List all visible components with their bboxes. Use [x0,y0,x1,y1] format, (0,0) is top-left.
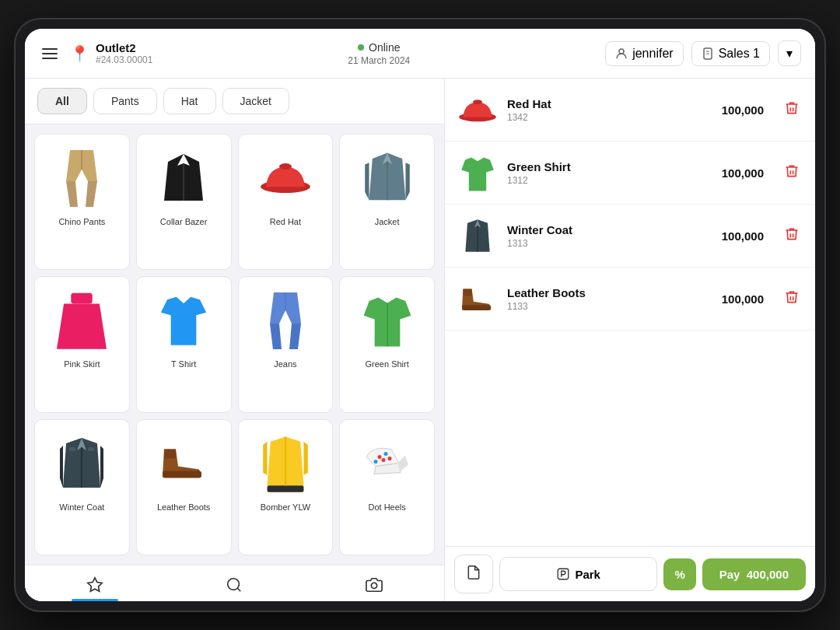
product-card-winter-coat[interactable]: Winter Coat [34,419,130,555]
header: 📍 Outlet2 #24.03.00001 Online 21 March 2… [25,29,815,79]
order-item-price-green-shirt: 100,000 [722,166,764,180]
svg-point-24 [228,579,240,590]
order-item-info-leather-boots: Leather Boots 1133 [507,286,712,312]
pay-button[interactable]: Pay 400,000 [702,558,806,590]
new-order-icon [466,565,481,580]
svg-point-20 [387,457,391,460]
svg-rect-15 [163,471,201,478]
svg-rect-13 [69,447,75,451]
svg-point-26 [371,583,376,588]
main-content: All Pants Hat Jacket [25,79,815,601]
park-button[interactable]: Park [499,557,657,591]
product-name-dot-heels: Dot Heels [368,502,405,512]
product-card-collar-bazer[interactable]: Collar Bazer [136,134,232,270]
order-item-info-winter-coat: Winter Coat 1313 [507,223,712,249]
product-card-leather-boots[interactable]: Leather Boots [136,419,232,555]
category-hat[interactable]: Hat [163,88,216,114]
discount-button[interactable]: % [663,558,695,590]
product-name-jacket: Jacket [375,217,400,226]
camera-icon [366,576,383,593]
product-image-red-hat [254,142,317,212]
delete-order-item-green-shirt[interactable] [781,160,803,186]
outlet-info: 📍 Outlet2 #24.03.00001 [70,41,152,65]
order-green-shirt-svg [457,152,498,193]
product-image-tshirt [152,285,215,355]
sales-button[interactable]: Sales 1 [691,41,770,66]
product-name-jeans: Jeans [274,359,296,369]
pay-total: 400,000 [747,568,789,581]
sales-label: Sales 1 [719,47,760,61]
product-card-green-shirt[interactable]: Green Shirt [339,276,435,412]
product-image-green-shirt [356,285,418,355]
svg-point-7 [279,163,292,170]
product-card-tshirt[interactable]: T Shirt [136,276,232,412]
user-name: jennifer [632,47,673,61]
product-card-pink-skirt[interactable]: Pink Skirt [34,276,130,412]
order-item-image-red-hat [457,89,498,130]
nav-favorites[interactable] [71,573,119,597]
user-icon [615,47,628,60]
product-name-bomber-ylw: Bomber YLW [261,502,310,512]
product-card-jacket[interactable]: Jacket [339,134,435,270]
product-card-chino-pants[interactable]: Chino Pants [34,134,130,270]
product-image-jacket [356,142,418,212]
order-item-image-green-shirt [457,152,498,193]
header-center: Online 21 March 2024 [162,41,596,66]
delete-order-item-winter-coat[interactable] [781,223,803,249]
product-card-dot-heels[interactable]: Dot Heels [339,419,435,555]
bomber-ylw-svg [258,432,313,494]
product-card-bomber-ylw[interactable]: Bomber YLW [238,419,334,555]
order-item-sku-winter-coat: 1313 [507,238,712,249]
product-image-pink-skirt [51,285,113,355]
product-card-red-hat[interactable]: Red Hat [238,134,334,270]
product-name-chino-pants: Chino Pants [58,217,105,226]
new-order-button[interactable] [454,555,493,593]
svg-rect-31 [558,569,569,579]
product-card-jeans[interactable]: Jeans [238,276,334,412]
tablet-frame: 📍 Outlet2 #24.03.00001 Online 21 March 2… [16,19,824,611]
svg-rect-14 [88,447,94,451]
nav-camera[interactable] [350,573,398,597]
delete-order-item-red-hat[interactable] [781,97,803,123]
order-item-name-winter-coat: Winter Coat [507,223,712,236]
dropdown-button[interactable]: ▾ [778,40,801,66]
product-name-collar-bazer: Collar Bazer [160,217,208,226]
order-item-sku-leather-boots: 1133 [507,301,712,312]
order-list: Red Hat 1342 100,000 [445,79,815,546]
product-name-winter-coat: Winter Coat [59,502,104,512]
order-item-sku-red-hat: 1342 [507,112,712,123]
outlet-id: #24.03.00001 [96,54,152,65]
menu-button[interactable] [39,45,61,62]
order-item-price-red-hat: 100,000 [722,103,764,117]
sales-icon [702,47,714,60]
order-leather-boots-svg [457,282,498,317]
nav-search[interactable] [210,573,258,597]
red-hat-svg [258,146,313,208]
product-image-jeans [254,285,317,355]
order-item-info-green-shirt: Green Shirt 1312 [507,160,712,186]
category-jacket[interactable]: Jacket [222,88,289,114]
user-button[interactable]: jennifer [605,41,683,66]
product-grid: Chino Pants Collar Bazer [25,124,444,565]
category-all[interactable]: All [37,88,87,114]
svg-rect-9 [72,293,93,304]
order-item-name-leather-boots: Leather Boots [507,286,712,299]
delete-order-item-leather-boots[interactable] [781,286,803,312]
product-image-dot-heels [356,428,418,498]
leather-boots-svg [156,432,211,494]
product-image-collar-bazer [152,142,215,212]
order-item-winter-coat: Winter Coat 1313 100,000 [445,205,815,268]
date-text: 21 March 2024 [162,55,596,66]
dropdown-icon: ▾ [786,47,793,60]
category-pants[interactable]: Pants [93,88,157,114]
order-item-info-red-hat: Red Hat 1342 [507,97,712,123]
order-item-red-hat: Red Hat 1342 100,000 [445,79,815,142]
trash-icon [784,163,800,179]
location-icon: 📍 [70,44,89,63]
park-icon [556,567,570,581]
tablet-screen: 📍 Outlet2 #24.03.00001 Online 21 March 2… [25,29,815,601]
outlet-name: Outlet2 [96,41,152,54]
order-item-image-leather-boots [457,278,498,319]
jeans-svg [258,289,313,351]
order-item-leather-boots: Leather Boots 1133 100,000 [445,268,815,331]
